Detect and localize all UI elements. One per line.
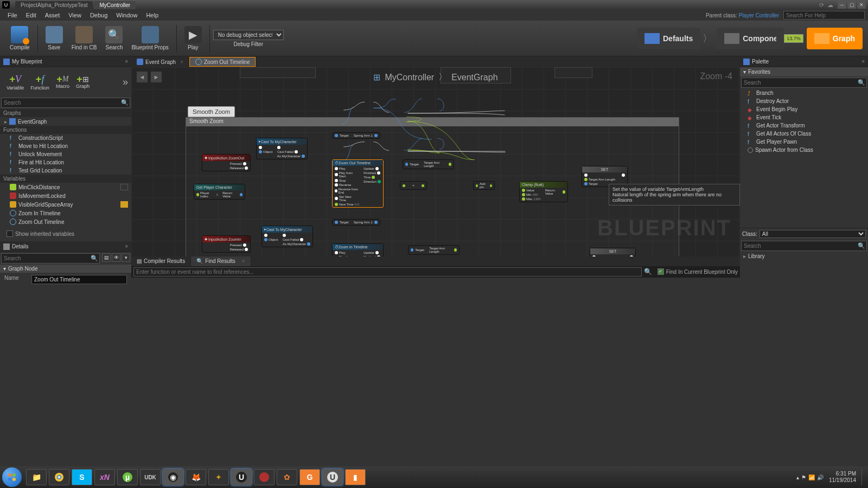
save-button[interactable]: Save <box>41 26 67 50</box>
find-in-current-checkbox[interactable]: ✓Find In Current Blueprint Only <box>658 268 738 275</box>
event-graph-tab[interactable]: Event Graph× <box>131 57 189 66</box>
palette-item[interactable]: Spawn Actor from Class <box>740 146 868 154</box>
taskbar-app-icon[interactable] <box>254 469 275 485</box>
function-item[interactable]: fConstructionScript <box>0 134 131 142</box>
favorites-header[interactable]: ▾Favorites <box>740 67 868 76</box>
taskbar-ue4-editor-icon[interactable]: U <box>322 469 343 485</box>
taskbar-xn-icon[interactable]: xN <box>94 469 115 485</box>
tray-flag-icon[interactable]: ⚑ <box>801 474 806 480</box>
defaults-mode-button[interactable]: Defaults <box>637 28 700 49</box>
taskbar-app-icon[interactable]: ✦ <box>208 469 229 485</box>
spring-arm-var-node[interactable]: Target Spring Arm 1 <box>332 132 380 139</box>
menu-debug[interactable]: Debug <box>86 11 112 20</box>
taskbar-clock[interactable]: 6:31 PM11/19/2014 <box>829 471 856 484</box>
palette-item[interactable]: ◆Event Tick <box>740 113 868 121</box>
target-arm-length-node[interactable]: Target Target Arm Length <box>408 245 459 255</box>
comment-label[interactable]: Smooth Zoom <box>188 106 235 117</box>
function-item[interactable]: fUnlock Movement <box>0 150 131 158</box>
start-button[interactable] <box>2 467 22 487</box>
close-panel-icon[interactable]: × <box>125 243 128 249</box>
tray-volume-icon[interactable]: 🔊 <box>817 474 824 480</box>
palette-item[interactable]: ◆Event Begin Play <box>740 105 868 113</box>
function-item[interactable]: fMove to Hit Location <box>0 142 131 150</box>
play-button[interactable]: ▶Play <box>180 26 206 50</box>
system-tray[interactable]: ▴ ⚑ 📶 🔊 6:31 PM11/19/2014 <box>796 469 866 485</box>
taskbar-steam-icon[interactable]: ◉ <box>163 469 183 485</box>
variable-item[interactable]: IsMovementLocked <box>0 191 131 200</box>
close-panel-icon[interactable]: × <box>861 59 865 65</box>
taskbar-blender-icon[interactable]: ✿ <box>277 469 297 485</box>
menu-window[interactable]: Window <box>112 11 142 20</box>
timeline-tab[interactable]: Zoom Out Timeline <box>189 57 256 67</box>
clamp-float-node[interactable]: Clamp (float) ValueMin 400Max 1300Return… <box>519 181 568 202</box>
tray-network-icon[interactable]: 📶 <box>808 474 815 480</box>
function-item[interactable]: fTest Grid Location <box>0 166 131 175</box>
graph-canvas[interactable]: ◄► ⊞ MyController〉EventGraph Zoom -4 BLU… <box>131 67 740 256</box>
nav-forward-button[interactable]: ► <box>151 72 162 82</box>
show-inherited-checkbox[interactable]: Show inherited variables <box>3 226 131 241</box>
taskbar-explorer-icon[interactable]: 📁 <box>26 469 47 485</box>
palette-search[interactable]: 🔍 <box>741 78 867 88</box>
parent-class-link[interactable]: Player Controller <box>739 12 779 18</box>
view-option-icon[interactable]: ▤ <box>102 253 111 262</box>
visibility-icon[interactable] <box>120 184 128 190</box>
expand-icon[interactable]: » <box>123 76 128 88</box>
zoom-out-timeline-node[interactable]: ⏱ Zoom Out Timeline Play Play from Start… <box>332 159 384 208</box>
node-name-input[interactable] <box>31 275 127 284</box>
add-graph-button[interactable]: +⊞Graph <box>73 75 93 89</box>
tray-up-icon[interactable]: ▴ <box>796 474 799 480</box>
blueprint-props-button[interactable]: Blueprint Props <box>127 26 173 50</box>
compiler-results-tab[interactable]: ▤Compiler Results <box>131 256 191 266</box>
set-target-arm-length-node[interactable]: SET Target Arm LengthTarget <box>590 248 636 256</box>
taskbar-gimp-icon[interactable]: 🦊 <box>186 469 206 485</box>
blueprint-tab[interactable]: MyController <box>94 1 136 9</box>
add-function-button[interactable]: +fFunction <box>27 74 53 91</box>
menu-file[interactable]: File <box>3 11 22 20</box>
menu-asset[interactable]: Asset <box>41 11 65 20</box>
menu-edit[interactable]: Edit <box>22 11 41 20</box>
palette-item[interactable]: fDestroy Actor <box>740 97 868 105</box>
cloud-icon[interactable]: ☁ <box>827 2 833 9</box>
graph-node-category[interactable]: ▾Graph Node <box>0 265 131 273</box>
search-button[interactable]: 🔍Search <box>101 26 127 50</box>
taskbar-chrome-icon[interactable] <box>49 469 69 485</box>
variable-item[interactable]: VisibleGridSpaceArray <box>0 200 131 209</box>
cast-to-mycharacter-node[interactable]: ▸ Cast To MyCharacter ObjectCast FailedA… <box>261 226 313 247</box>
my-blueprint-panel-tab[interactable]: My Blueprint× <box>0 56 131 67</box>
nav-back-button[interactable]: ◄ <box>137 72 148 82</box>
find-in-cb-button[interactable]: Find in CB <box>67 26 101 50</box>
palette-item[interactable]: fGet Actor Transform <box>740 121 868 130</box>
spring-arm-var-node[interactable]: Target Spring Arm 1 <box>332 219 380 226</box>
visibility-icon[interactable] <box>120 201 128 208</box>
input-action-zoomout-node[interactable]: ◆InputAction ZoomOut PressedReleased <box>202 154 251 171</box>
find-references-input[interactable] <box>133 267 642 277</box>
debug-object-select[interactable]: No debug object selected <box>213 30 284 40</box>
search-icon[interactable]: 🔍 <box>644 268 652 275</box>
taskbar-app-icon[interactable]: ▮ <box>345 469 366 485</box>
components-mode-button[interactable]: Components <box>717 28 784 49</box>
function-item[interactable]: fFire at Hit Location <box>0 158 131 166</box>
view-option-icon[interactable]: 👁 <box>112 253 120 262</box>
input-action-zoomin-node[interactable]: ◆InputAction ZoomIn PressedReleased <box>202 235 251 253</box>
menu-help[interactable]: Help <box>142 11 163 20</box>
math-add-node[interactable]: Add pin <box>473 181 495 190</box>
taskbar-udk-icon[interactable]: UDK <box>140 469 161 485</box>
palette-item[interactable]: ⤴Branch <box>740 89 868 97</box>
view-option-icon[interactable]: ▾ <box>122 253 130 262</box>
maximize-button[interactable]: ▢ <box>847 1 856 9</box>
palette-panel-tab[interactable]: Palette× <box>740 56 868 67</box>
taskbar-skype-icon[interactable]: S <box>72 469 92 485</box>
compile-button[interactable]: Compile <box>5 26 34 50</box>
menu-view[interactable]: View <box>64 11 86 20</box>
taskbar-utorrent-icon[interactable]: µ <box>117 469 138 485</box>
add-variable-button[interactable]: +VVariable <box>3 74 27 91</box>
close-button[interactable]: ✕ <box>857 1 866 9</box>
close-panel-icon[interactable]: × <box>125 59 128 65</box>
palette-library-search[interactable]: 🔍 <box>741 241 867 251</box>
graph-mode-button[interactable]: Graph <box>807 28 863 49</box>
target-arm-length-node[interactable]: Target Target Arm Length <box>403 159 454 169</box>
find-results-tab[interactable]: 🔍Find Results× <box>191 256 251 266</box>
timeline-item[interactable]: Zoom Out Timeline <box>0 217 131 226</box>
event-graph-item[interactable]: ▸EventGraph <box>0 117 131 126</box>
details-panel-tab[interactable]: Details× <box>0 241 131 252</box>
